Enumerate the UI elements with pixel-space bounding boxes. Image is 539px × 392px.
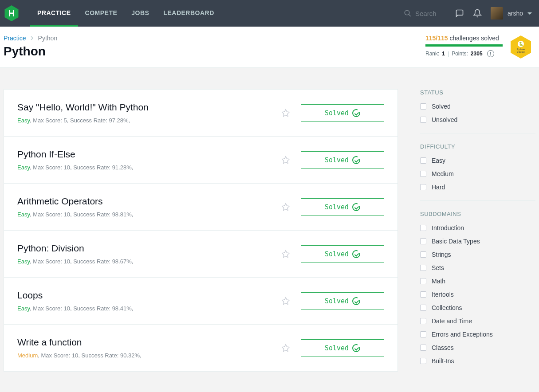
challenge-difficulty: Easy	[17, 211, 30, 218]
checkbox-icon	[420, 117, 426, 123]
svg-marker-4	[282, 203, 290, 210]
checkbox-icon	[420, 171, 426, 177]
solved-button-label: Solved	[325, 203, 349, 211]
challenge-meta-text: , Max Score: 10, Success Rate: 98.67%,	[30, 258, 133, 265]
bookmark-star-icon[interactable]	[281, 344, 290, 353]
solved-button[interactable]: Solved	[301, 292, 384, 310]
filter-option-label: Unsolved	[432, 116, 457, 123]
subheader: Practice Python Python 115/115 challenge…	[0, 27, 539, 68]
challenge-actions: Solved	[281, 245, 384, 263]
solved-button[interactable]: Solved	[301, 339, 384, 357]
challenge-item: Python If-Else Easy, Max Score: 10, Succ…	[4, 137, 397, 184]
solved-button[interactable]: Solved	[301, 245, 384, 263]
filter-option[interactable]: Easy	[420, 157, 535, 164]
checkbox-icon	[420, 251, 426, 258]
bookmark-star-icon[interactable]	[281, 109, 290, 118]
check-circle-icon	[352, 156, 360, 164]
challenge-difficulty: Easy	[17, 305, 30, 312]
solved-button[interactable]: Solved	[301, 104, 384, 122]
check-circle-icon	[352, 250, 360, 258]
challenge-info: Write a function Medium, Max Score: 10, …	[17, 337, 142, 359]
filter-option[interactable]: Date and Time	[420, 318, 535, 325]
python-badge-icon: 🐍	[518, 41, 524, 47]
bookmark-star-icon[interactable]	[281, 203, 290, 212]
rank-value: 1	[442, 51, 445, 57]
checkbox-icon	[420, 103, 426, 110]
challenge-info: Arithmetic Operators Easy, Max Score: 10…	[17, 196, 133, 218]
filter-option[interactable]: Errors and Exceptions	[420, 331, 535, 338]
challenge-difficulty: Easy	[17, 117, 30, 124]
filter-option-label: Collections	[432, 304, 462, 311]
solved-button[interactable]: Solved	[301, 198, 384, 216]
filter-option[interactable]: Medium	[420, 170, 535, 177]
filter-option[interactable]: Solved	[420, 103, 535, 110]
challenge-info: Say "Hello, World!" With Python Easy, Ma…	[17, 102, 149, 124]
svg-marker-6	[282, 297, 290, 304]
filter-option[interactable]: Math	[420, 278, 535, 285]
solved-button-label: Solved	[325, 297, 349, 305]
challenge-meta-text: , Max Score: 5, Success Rate: 97.28%,	[30, 117, 130, 124]
site-logo[interactable]: H	[4, 4, 20, 22]
bookmark-star-icon[interactable]	[281, 156, 290, 165]
check-circle-icon	[352, 109, 360, 117]
filter-option-label: Strings	[432, 251, 451, 258]
filter-option[interactable]: Itertools	[420, 291, 535, 298]
checkbox-icon	[420, 225, 426, 231]
filter-option[interactable]: Introduction	[420, 224, 535, 231]
filter-title: STATUS	[420, 89, 535, 96]
info-icon[interactable]: !	[487, 50, 494, 57]
challenge-title[interactable]: Python If-Else	[17, 149, 133, 160]
breadcrumb-root[interactable]: Practice	[4, 35, 26, 42]
svg-marker-7	[282, 344, 290, 351]
search-input[interactable]	[415, 10, 446, 17]
challenge-item: Say "Hello, World!" With Python Easy, Ma…	[4, 90, 397, 137]
filters-sidebar: STATUSSolvedUnsolvedDIFFICULTYEasyMedium…	[420, 89, 535, 384]
svg-marker-5	[282, 250, 290, 257]
challenge-title[interactable]: Say "Hello, World!" With Python	[17, 102, 149, 113]
search-box[interactable]	[404, 9, 446, 17]
nav-tab-jobs[interactable]: JOBS	[124, 0, 156, 27]
challenge-title[interactable]: Loops	[17, 290, 133, 301]
challenge-item: Write a function Medium, Max Score: 10, …	[4, 325, 397, 371]
challenge-title[interactable]: Arithmetic Operators	[17, 196, 133, 207]
challenge-meta: Easy, Max Score: 10, Success Rate: 98.81…	[17, 211, 133, 218]
bookmark-star-icon[interactable]	[281, 297, 290, 306]
filter-option[interactable]: Collections	[420, 304, 535, 311]
bookmark-star-icon[interactable]	[281, 250, 290, 259]
solved-button-label: Solved	[325, 109, 349, 117]
rank-points: Rank: 1 | Points: 2305 !	[425, 50, 503, 57]
challenge-title[interactable]: Write a function	[17, 337, 142, 348]
challenge-title[interactable]: Python: Division	[17, 243, 133, 254]
points-value: 2305	[471, 51, 483, 57]
nav-tab-compete[interactable]: COMPETE	[78, 0, 125, 27]
checkbox-icon	[420, 358, 426, 364]
filter-option[interactable]: Hard	[420, 184, 535, 191]
filter-option-label: Solved	[432, 103, 451, 110]
challenge-item: Loops Easy, Max Score: 10, Success Rate:…	[4, 278, 397, 325]
notifications-icon[interactable]	[473, 9, 482, 18]
challenge-meta: Easy, Max Score: 10, Success Rate: 91.28…	[17, 164, 133, 171]
check-circle-icon	[352, 344, 360, 352]
page-title: Python	[4, 44, 57, 59]
rank-label: Rank:	[425, 51, 439, 57]
filter-option[interactable]: Sets	[420, 264, 535, 271]
solved-button[interactable]: Solved	[301, 151, 384, 169]
checkbox-icon	[420, 291, 426, 298]
user-menu[interactable]: arsho	[491, 7, 532, 20]
checkbox-icon	[420, 345, 426, 351]
filter-option[interactable]: Classes	[420, 344, 535, 351]
filter-option[interactable]: Unsolved	[420, 116, 535, 123]
stats-divider: |	[448, 51, 449, 57]
nav-tab-leaderboard[interactable]: LEADERBOARD	[156, 0, 221, 27]
nav-tab-practice[interactable]: PRACTICE	[30, 0, 78, 27]
filter-option[interactable]: Basic Data Types	[420, 238, 535, 245]
messages-icon[interactable]	[455, 9, 464, 18]
filter-option[interactable]: Built-Ins	[420, 357, 535, 365]
challenge-difficulty: Easy	[17, 164, 30, 171]
avatar	[491, 7, 503, 20]
badge-stars-icon: ★★★★★	[517, 51, 525, 53]
challenge-meta-text: , Max Score: 10, Success Rate: 91.28%,	[30, 164, 133, 171]
filter-option[interactable]: Strings	[420, 251, 535, 258]
challenge-meta: Easy, Max Score: 10, Success Rate: 98.41…	[17, 305, 133, 312]
challenge-info: Python If-Else Easy, Max Score: 10, Succ…	[17, 149, 133, 171]
